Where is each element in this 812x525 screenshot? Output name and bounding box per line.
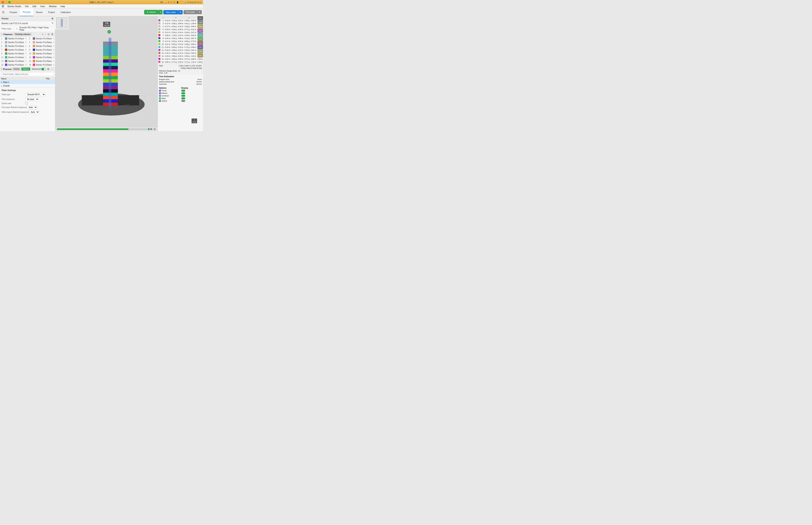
filament-item-11[interactable]: 11 Bambu PLA Basic ✎ xyxy=(0,56,28,59)
color-btn-5[interactable]: Color xyxy=(198,33,203,37)
other-layers-select[interactable]: Auto xyxy=(29,110,39,114)
color-btn-10[interactable]: Color xyxy=(198,54,203,58)
canvas-area[interactable]: Bambu Smooth PEI Plate / High Temp Plate… xyxy=(55,16,157,131)
prepare-tab[interactable]: Prepare xyxy=(7,8,20,16)
fil-edit-14[interactable]: ✎ xyxy=(53,60,55,62)
filament-remove-button[interactable]: − xyxy=(44,33,47,36)
print-sequence-select[interactable]: By layer xyxy=(25,97,39,101)
home-button[interactable]: 🏠 xyxy=(0,8,7,16)
search-input[interactable] xyxy=(1,72,54,76)
retract-toggle[interactable] xyxy=(181,92,185,94)
tree-item-plate1[interactable]: ▸ Plate 1 xyxy=(0,80,55,84)
filament-copy-button[interactable]: ⊙ xyxy=(47,33,50,36)
progress-track[interactable] xyxy=(57,129,149,130)
color-btn-1[interactable]: Color xyxy=(198,16,203,20)
fil-edit-15[interactable]: ✎ xyxy=(25,64,27,66)
progress-settings-icon[interactable]: ⚙ xyxy=(153,127,156,131)
filament-item-12[interactable]: 12 Bambu PLA Basic ✎ xyxy=(28,56,55,59)
fil-edit-10[interactable]: ✎ xyxy=(53,52,55,55)
fil-edit-5[interactable]: ✎ xyxy=(25,45,27,47)
color-btn-8[interactable]: Color xyxy=(198,45,203,49)
stats-g2-15: 0.27 g xyxy=(184,58,190,61)
upload-split-button[interactable]: ▼ xyxy=(158,10,163,14)
menu-file[interactable]: File xyxy=(24,5,29,8)
maximize-btn[interactable] xyxy=(8,1,11,3)
filament-settings-button[interactable]: ⚙ xyxy=(51,33,54,36)
tab-objects[interactable]: Objects xyxy=(21,68,30,71)
filament-item-13[interactable]: 13 Bambu PLA Basic ✎ xyxy=(0,59,28,63)
other-layers-label: Other layers filament sequence xyxy=(2,111,29,113)
minimize-btn[interactable] xyxy=(5,1,7,3)
travel-toggle[interactable] xyxy=(181,90,185,92)
3d-model-view[interactable]: Bambu Smooth PEI Plate / High Temp Plate xyxy=(65,26,157,125)
color-btn-3[interactable]: Color xyxy=(198,25,203,28)
menu-edit[interactable]: Edit xyxy=(32,5,37,8)
color-btn-4[interactable]: Color xyxy=(198,29,203,33)
wipe-toggle[interactable] xyxy=(181,97,185,99)
tree-item-outside[interactable]: ▸ Outside xyxy=(0,84,55,88)
fil-edit-6[interactable]: ✎ xyxy=(53,45,55,47)
color-btn-7[interactable]: Color xyxy=(198,41,203,45)
project-tab[interactable]: Project xyxy=(45,8,58,16)
fil-edit-2[interactable]: ✎ xyxy=(53,38,55,40)
filament-item-14[interactable]: 14 Bambu PLA Basic ✎ xyxy=(28,59,55,63)
filament-item-15[interactable]: 15 Bambu PLA Basic ✎ xyxy=(0,63,28,67)
printer-edit-icon[interactable]: ✎ xyxy=(52,22,53,25)
fil-edit-16[interactable]: ✎ xyxy=(53,64,55,66)
filament-item-9[interactable]: 9 Bambu PLA Basic ✎ xyxy=(0,52,28,56)
plate-type-select[interactable]: Smooth PEI P... xyxy=(25,93,45,96)
fil-edit-11[interactable]: ✎ xyxy=(25,56,27,58)
print-plate-button[interactable]: Print plate xyxy=(183,10,197,14)
menu-view[interactable]: View xyxy=(40,5,46,8)
unretract-toggle[interactable] xyxy=(181,95,185,97)
calibration-tab[interactable]: Calibration xyxy=(58,8,74,16)
filament-item-8[interactable]: 8 Bambu PLA Basic ✎ xyxy=(28,48,55,52)
menu-help[interactable]: Help xyxy=(60,5,66,8)
color-btn-2[interactable]: Color xyxy=(198,20,203,24)
filament-item-6[interactable]: 6 Bambu PLA Basic ✎ xyxy=(28,44,55,48)
filament-item-4[interactable]: 4 Bambu PLA Basic ✎ xyxy=(28,41,55,44)
stats-m2-2: 0.33 g xyxy=(171,19,177,22)
close-btn[interactable] xyxy=(2,1,4,3)
stats-num-8: 8 xyxy=(161,37,164,40)
fil-edit-3[interactable]: ✎ xyxy=(25,41,27,43)
color-btn-6[interactable]: Color xyxy=(198,37,203,41)
fil-edit-7[interactable]: ✎ xyxy=(25,49,27,51)
color-btn-9[interactable]: Color xyxy=(198,49,203,53)
filament-item-1[interactable]: 1 Bambu PLA Basic ✎ xyxy=(0,37,28,41)
filament-item-7[interactable]: 7 Bambu PLA Basic ✎ xyxy=(0,48,28,52)
process-grid-icon[interactable]: ⊞ xyxy=(47,68,50,71)
slice-split-button[interactable]: ▼ xyxy=(178,10,183,14)
slice-plate-button[interactable]: Slice plate xyxy=(163,10,178,14)
preview-tab[interactable]: Preview xyxy=(20,8,33,16)
print-split-button[interactable]: ▼ xyxy=(197,10,202,14)
fil-edit-13[interactable]: ✎ xyxy=(25,60,27,62)
fil-edit-8[interactable]: ✎ xyxy=(53,49,55,51)
fil-edit-4[interactable]: ✎ xyxy=(53,41,55,43)
cost-value: 1.26 xyxy=(164,72,167,74)
filament-item-5[interactable]: 5 Bambu PLA Basic ✎ xyxy=(0,44,28,48)
spiral-vase-checkbox[interactable] xyxy=(25,102,28,104)
tab-global[interactable]: Global xyxy=(13,68,20,71)
menu-window[interactable]: Window xyxy=(48,5,57,8)
filament-item-16[interactable]: 16 Bambu PLA Basic ✎ xyxy=(28,63,55,67)
window-controls[interactable] xyxy=(2,1,11,3)
process-more-icon[interactable]: ⋯ xyxy=(50,68,54,71)
menu-bambu-studio[interactable]: Bambu Studio xyxy=(7,5,22,8)
advanced-toggle-switch[interactable] xyxy=(41,68,46,70)
filament-item-2[interactable]: 2 Bambu PLA Basic ✎ xyxy=(28,37,55,41)
device-tab[interactable]: Device xyxy=(33,8,45,16)
upload-button[interactable]: ⬆ Upload xyxy=(144,10,158,14)
fil-edit-1[interactable]: ✎ xyxy=(25,38,27,40)
add-object-button[interactable]: + xyxy=(107,30,111,33)
fil-edit-9[interactable]: ✎ xyxy=(25,52,27,55)
seams-toggle[interactable] xyxy=(181,100,185,102)
filament-item-3[interactable]: 3 Bambu PLA Basic ✎ xyxy=(0,41,28,44)
filament-add-button[interactable]: + xyxy=(42,33,44,36)
printer-settings-icon[interactable]: ⚙ xyxy=(51,17,53,20)
stats-num-3: 3 xyxy=(161,22,164,25)
first-layer-select[interactable]: Auto xyxy=(27,105,37,109)
filament-item-10[interactable]: 10 Bambu PLA Basic ✎ xyxy=(28,52,55,56)
fil-edit-12[interactable]: ✎ xyxy=(53,56,55,58)
flushing-volumes-button[interactable]: Flushing volumes xyxy=(14,33,32,36)
